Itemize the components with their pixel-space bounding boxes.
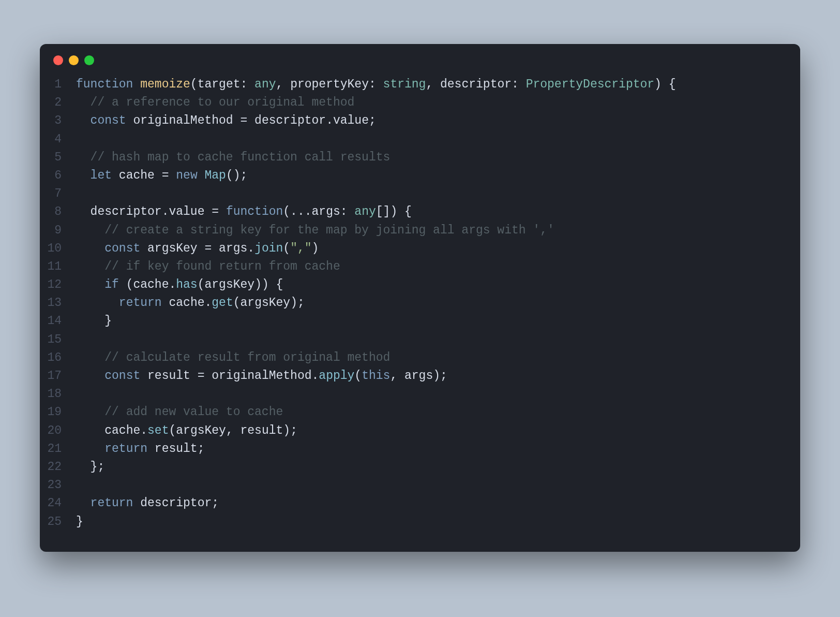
close-icon[interactable]	[53, 55, 63, 65]
line-number: 11	[40, 258, 76, 276]
code-line[interactable]: 23	[40, 476, 800, 494]
token-punc: )	[312, 242, 319, 255]
token-fn: memoize	[140, 78, 190, 91]
code-content[interactable]: // hash map to cache function call resul…	[76, 149, 390, 167]
token-kw: function	[226, 205, 283, 218]
token-punc	[76, 114, 91, 127]
code-content[interactable]: const result = originalMethod.apply(this…	[76, 367, 447, 385]
token-punc: (	[198, 278, 205, 291]
token-punc: ,	[276, 78, 291, 91]
token-com: // hash map to cache function call resul…	[91, 151, 391, 164]
token-punc	[162, 296, 169, 310]
token-punc: (	[169, 424, 176, 437]
code-content[interactable]: const argsKey = args.join(",")	[76, 240, 319, 258]
token-punc	[133, 78, 140, 91]
line-number: 23	[40, 476, 76, 494]
code-line[interactable]: 11 // if key found return from cache	[40, 258, 800, 276]
code-content[interactable]: function memoize(target: any, propertyKe…	[76, 76, 676, 94]
token-punc: ;	[369, 114, 376, 127]
line-number: 10	[40, 240, 76, 258]
token-id: originalMethod	[212, 369, 311, 383]
code-line[interactable]: 18	[40, 385, 800, 403]
code-line[interactable]: 17 const result = originalMethod.apply(t…	[40, 367, 800, 385]
token-com: // calculate result from original method	[104, 351, 390, 364]
code-line[interactable]: 6 let cache = new Map();	[40, 167, 800, 185]
line-number: 14	[40, 312, 76, 330]
token-com: // if key found return from cache	[104, 260, 340, 273]
code-content[interactable]: if (cache.has(argsKey)) {	[76, 276, 283, 294]
token-punc: (	[119, 278, 133, 291]
token-com: // add new value to cache	[104, 405, 283, 419]
token-punc: .	[140, 424, 147, 437]
code-line[interactable]: 16 // calculate result from original met…	[40, 349, 800, 367]
code-content[interactable]: // create a string key for the map by jo…	[76, 222, 554, 240]
token-punc: ) {	[654, 78, 676, 91]
code-content[interactable]: descriptor.value = function(...args: any…	[76, 203, 412, 221]
code-line[interactable]: 14 }	[40, 312, 800, 330]
code-line[interactable]: 21 return result;	[40, 440, 800, 458]
code-line[interactable]: 13 return cache.get(argsKey);	[40, 294, 800, 312]
code-line[interactable]: 15	[40, 331, 800, 349]
token-punc	[76, 151, 91, 164]
line-number: 8	[40, 203, 76, 221]
maximize-icon[interactable]	[84, 55, 94, 65]
token-punc: )) {	[254, 278, 283, 291]
code-content[interactable]: // if key found return from cache	[76, 258, 340, 276]
token-kw2: has	[176, 278, 197, 291]
line-number: 1	[40, 76, 76, 94]
token-punc	[76, 205, 91, 218]
token-punc	[76, 242, 104, 255]
code-line[interactable]: 5 // hash map to cache function call res…	[40, 149, 800, 167]
token-cls: Map	[205, 169, 226, 182]
code-line[interactable]: 3 const originalMethod = descriptor.valu…	[40, 112, 800, 130]
code-area[interactable]: 1function memoize(target: any, propertyK…	[40, 70, 800, 552]
code-line[interactable]: 2 // a reference to our original method	[40, 94, 800, 112]
code-line[interactable]: 8 descriptor.value = function(...args: a…	[40, 203, 800, 221]
code-line[interactable]: 7	[40, 185, 800, 203]
line-number: 13	[40, 294, 76, 312]
token-punc: ,	[426, 78, 440, 91]
code-content[interactable]: return cache.get(argsKey);	[76, 294, 305, 312]
token-punc	[76, 278, 104, 291]
code-content[interactable]: cache.set(argsKey, result);	[76, 422, 297, 440]
code-content[interactable]: };	[76, 458, 104, 476]
code-content[interactable]: return result;	[76, 440, 205, 458]
token-type: any	[254, 78, 276, 91]
token-punc: }	[76, 515, 83, 528]
token-id: argsKey	[176, 424, 226, 437]
token-punc: );	[433, 369, 447, 383]
code-content[interactable]: let cache = new Map();	[76, 167, 247, 185]
token-com: // create a string key for the map by jo…	[104, 224, 554, 237]
code-line[interactable]: 25}	[40, 513, 800, 531]
token-id: result	[155, 442, 198, 456]
code-editor-window: 1function memoize(target: any, propertyK…	[40, 44, 800, 552]
code-line[interactable]: 1function memoize(target: any, propertyK…	[40, 76, 800, 94]
code-content[interactable]: // a reference to our original method	[76, 94, 354, 112]
code-line[interactable]: 10 const argsKey = args.join(",")	[40, 240, 800, 258]
token-punc	[76, 496, 91, 510]
code-line[interactable]: 22 };	[40, 458, 800, 476]
code-content[interactable]: }	[76, 513, 83, 531]
line-number: 4	[40, 130, 76, 149]
token-punc: =	[155, 169, 176, 182]
minimize-icon[interactable]	[69, 55, 79, 65]
code-content[interactable]: const originalMethod = descriptor.value;	[76, 112, 376, 130]
token-punc	[76, 405, 104, 419]
code-content[interactable]: // calculate result from original method	[76, 349, 390, 367]
code-line[interactable]: 4	[40, 130, 800, 149]
code-line[interactable]: 20 cache.set(argsKey, result);	[40, 422, 800, 440]
line-number: 6	[40, 167, 76, 185]
token-id: cache	[119, 169, 155, 182]
token-id: cache	[104, 424, 140, 437]
code-line[interactable]: 9 // create a string key for the map by …	[40, 222, 800, 240]
code-content[interactable]: }	[76, 312, 112, 330]
line-number: 15	[40, 331, 76, 349]
code-content[interactable]: // add new value to cache	[76, 403, 283, 421]
token-punc: :	[340, 205, 355, 218]
code-line[interactable]: 24 return descriptor;	[40, 494, 800, 512]
token-punc	[140, 369, 147, 383]
code-line[interactable]: 19 // add new value to cache	[40, 403, 800, 421]
code-content[interactable]: return descriptor;	[76, 494, 219, 512]
token-id: cache	[169, 296, 204, 310]
code-line[interactable]: 12 if (cache.has(argsKey)) {	[40, 276, 800, 294]
